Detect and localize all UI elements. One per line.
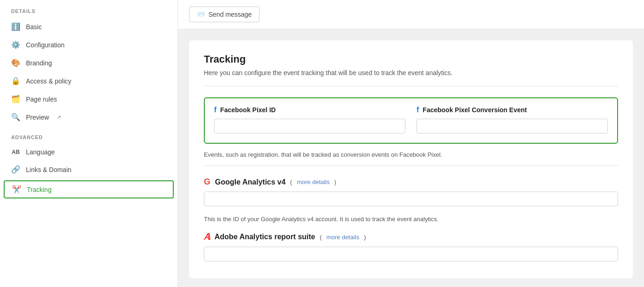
adobe-paren-open: ( [320, 234, 322, 241]
sidebar-item-label: Links & Domain [26, 166, 71, 173]
topbar: 📨 Send message [178, 0, 644, 29]
link-icon: 🔗 [11, 165, 20, 174]
google-analytics-section: G Google Analytics v4 (more details) Thi… [204, 177, 618, 223]
adobe-analytics-more-link[interactable]: more details [327, 234, 360, 241]
sidebar-item-label: Language [26, 148, 55, 156]
google-analytics-label: Google Analytics v4 [215, 178, 285, 186]
language-icon: AB [11, 149, 20, 155]
send-message-button[interactable]: 📨 Send message [189, 6, 259, 22]
section-divider [204, 86, 618, 86]
google-analytics-description: This is the ID of your Google Analytics … [204, 216, 618, 223]
send-icon: 📨 [197, 11, 205, 18]
external-link-icon: ↗ [57, 114, 61, 121]
adobe-analytics-label: Adobe Analytics report suite [215, 233, 315, 241]
sidebar-section-advanced: ADVANCED [0, 126, 177, 144]
facebook-section-note: Events, such as registration, that will … [204, 151, 618, 158]
page-icon: 🗂️ [11, 95, 20, 103]
sidebar-item-tracking[interactable]: ✂️ Tracking [4, 180, 174, 198]
facebook-pixel-id-header: f Facebook Pixel ID [214, 106, 405, 114]
facebook-pixel-section: f Facebook Pixel ID f Facebook Pixel Con… [204, 97, 618, 144]
sidebar-item-page-rules[interactable]: 🗂️ Page rules [0, 90, 177, 108]
page-title: Tracking [204, 53, 618, 65]
facebook-conversion-event-input[interactable] [417, 119, 608, 134]
main-content: 📨 Send message Tracking Here you can con… [178, 0, 644, 287]
facebook-fields-row: f Facebook Pixel ID f Facebook Pixel Con… [214, 106, 608, 134]
gear-icon: ⚙️ [11, 40, 20, 49]
sidebar-item-label: Preview [26, 114, 49, 121]
sidebar-item-label: Branding [26, 59, 52, 67]
page-description: Here you can configure the event trackin… [204, 69, 618, 77]
tracking-icon: ✂️ [12, 185, 21, 194]
google-icon: G [204, 177, 210, 187]
info-icon: ℹ️ [11, 22, 20, 31]
sidebar-item-branding[interactable]: 🎨 Branding [0, 54, 177, 72]
sidebar-item-basic[interactable]: ℹ️ Basic [0, 18, 177, 36]
sidebar-item-language[interactable]: AB Language [0, 144, 177, 160]
send-message-label: Send message [208, 11, 252, 18]
google-analytics-input[interactable] [204, 191, 618, 206]
facebook-conversion-event-label: Facebook Pixel Conversion Event [423, 106, 527, 114]
ga-divider [204, 166, 618, 166]
lock-icon: 🔒 [11, 77, 20, 85]
sidebar-item-label: Configuration [26, 41, 64, 49]
paren-close: ) [335, 179, 336, 185]
adobe-analytics-header: 𝔸 Adobe Analytics report suite (more det… [204, 232, 618, 242]
search-icon: 🔍 [11, 113, 20, 121]
sidebar-item-preview[interactable]: 🔍 Preview ↗ [0, 108, 177, 126]
facebook-pixel-id-group: f Facebook Pixel ID [214, 106, 405, 134]
sidebar: DETAILS ℹ️ Basic ⚙️ Configuration 🎨 Bran… [0, 0, 178, 287]
facebook-pixel-id-label: Facebook Pixel ID [220, 106, 276, 114]
tracking-card: Tracking Here you can configure the even… [189, 40, 633, 278]
facebook-pixel-id-input[interactable] [214, 119, 405, 134]
facebook-icon-2: f [417, 106, 419, 114]
content-area: Tracking Here you can configure the even… [178, 29, 644, 287]
adobe-analytics-input[interactable] [204, 247, 618, 261]
sidebar-item-label: Tracking [27, 186, 51, 193]
sidebar-item-label: Page rules [26, 96, 57, 103]
sidebar-item-label: Basic [26, 23, 42, 31]
adobe-icon: 𝔸 [204, 232, 210, 242]
facebook-icon: f [214, 106, 216, 114]
sidebar-item-links-domain[interactable]: 🔗 Links & Domain [0, 160, 177, 179]
paren-open: ( [290, 179, 292, 185]
adobe-paren-close: ) [364, 234, 366, 241]
facebook-conversion-event-group: f Facebook Pixel Conversion Event [417, 106, 608, 134]
sidebar-item-access-policy[interactable]: 🔒 Access & policy [0, 72, 177, 90]
branding-icon: 🎨 [11, 58, 20, 67]
google-analytics-more-link[interactable]: more details [297, 179, 330, 185]
google-analytics-header: G Google Analytics v4 (more details) [204, 177, 618, 187]
facebook-conversion-event-header: f Facebook Pixel Conversion Event [417, 106, 608, 114]
sidebar-item-configuration[interactable]: ⚙️ Configuration [0, 36, 177, 54]
adobe-analytics-section: 𝔸 Adobe Analytics report suite (more det… [204, 232, 618, 265]
sidebar-item-label: Access & policy [26, 77, 71, 85]
sidebar-section-details: DETAILS [0, 0, 177, 18]
